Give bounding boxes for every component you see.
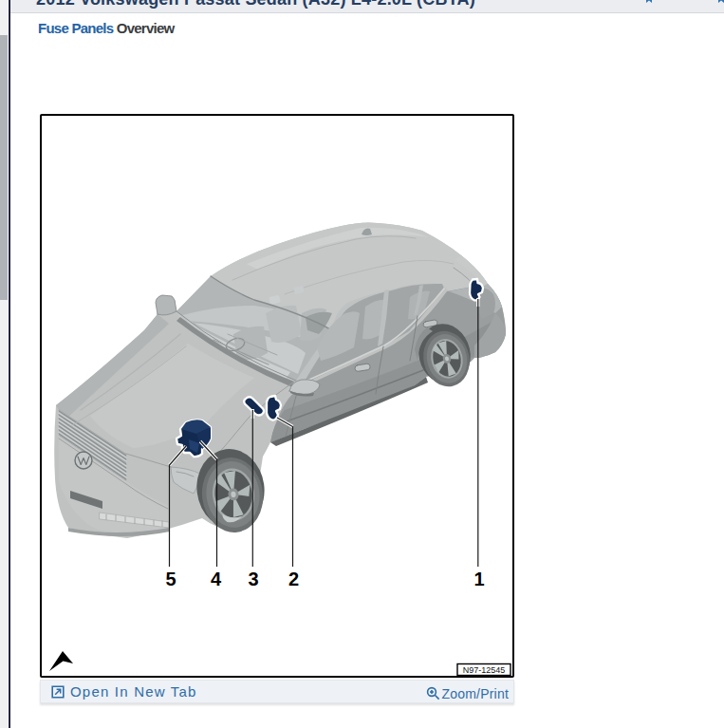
- svg-text:N97-12545: N97-12545: [463, 665, 506, 675]
